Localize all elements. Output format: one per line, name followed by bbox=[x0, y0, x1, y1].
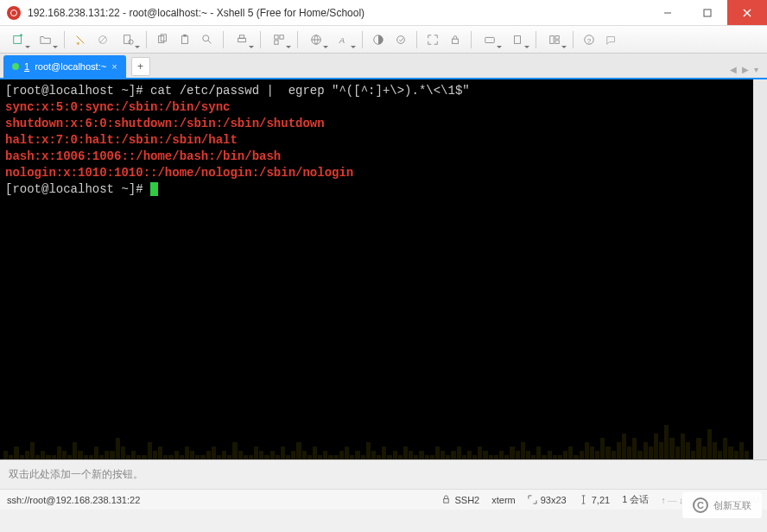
help-button[interactable]: ? bbox=[579, 29, 599, 50]
add-tab-button[interactable]: + bbox=[131, 57, 150, 76]
separator bbox=[362, 31, 363, 48]
separator bbox=[223, 31, 224, 48]
tab-prev-button[interactable]: ◀ bbox=[730, 65, 737, 74]
maximize-button[interactable] bbox=[688, 0, 727, 25]
svg-line-16 bbox=[208, 40, 212, 43]
keyboard-button[interactable] bbox=[477, 29, 503, 50]
quick-command-bar[interactable]: 双击此处添加一个新的按钮。 bbox=[0, 459, 767, 489]
font-button[interactable]: A bbox=[331, 29, 357, 50]
disconnect-button[interactable] bbox=[92, 29, 113, 50]
open-button[interactable] bbox=[33, 29, 59, 50]
status-connection: ssh://root@192.168.238.131:22 bbox=[7, 495, 429, 505]
scrollbar-thumb[interactable] bbox=[754, 81, 766, 237]
separator bbox=[416, 31, 417, 48]
tab-index: 1 bbox=[24, 61, 29, 72]
svg-text:A: A bbox=[339, 35, 345, 44]
properties-button[interactable] bbox=[115, 29, 141, 50]
cursor-icon bbox=[150, 182, 158, 196]
svg-rect-34 bbox=[444, 499, 449, 504]
view-button[interactable] bbox=[266, 29, 292, 50]
terminal-output-line: sync:x:5:0:sync:/sbin:/bin/sync bbox=[5, 99, 748, 116]
lock-button[interactable] bbox=[445, 29, 466, 50]
svg-rect-19 bbox=[275, 35, 278, 38]
svg-rect-29 bbox=[550, 35, 554, 43]
svg-point-10 bbox=[129, 40, 133, 44]
app-icon bbox=[7, 6, 21, 20]
status-term-type: xterm bbox=[491, 495, 516, 505]
svg-rect-18 bbox=[239, 35, 244, 38]
separator bbox=[573, 31, 574, 48]
svg-rect-17 bbox=[238, 38, 246, 41]
svg-rect-26 bbox=[453, 39, 459, 43]
hint-text: 双击此处添加一个新的按钮。 bbox=[9, 467, 143, 482]
fullscreen-button[interactable] bbox=[422, 29, 443, 50]
separator bbox=[64, 31, 65, 48]
close-button[interactable] bbox=[727, 0, 767, 25]
status-cursor-pos: 7,21 bbox=[579, 495, 610, 505]
separator bbox=[260, 31, 261, 48]
upload-arrow-icon: ↑ bbox=[661, 495, 666, 505]
about-button[interactable] bbox=[601, 29, 622, 50]
svg-rect-14 bbox=[183, 34, 187, 36]
scroll-down-button[interactable]: ▾ bbox=[754, 447, 766, 459]
layout-button[interactable] bbox=[542, 29, 567, 50]
color-scheme-button[interactable] bbox=[368, 29, 389, 50]
main-toolbar: A ? bbox=[0, 26, 767, 54]
terminal-prompt-line: [root@localhost ~]# bbox=[5, 181, 748, 198]
separator bbox=[297, 31, 298, 48]
svg-rect-9 bbox=[124, 35, 130, 43]
status-protocol: SSH2 bbox=[441, 495, 479, 505]
tab-bar: 1 root@localhost:~ × + ◀ ▶ ▾ bbox=[0, 54, 767, 79]
separator bbox=[471, 31, 472, 48]
svg-rect-30 bbox=[555, 35, 559, 39]
status-sessions: 1 会话 bbox=[622, 493, 649, 506]
scroll-up-button[interactable]: ▴ bbox=[754, 79, 766, 92]
svg-rect-28 bbox=[515, 35, 521, 43]
svg-rect-31 bbox=[555, 40, 559, 43]
svg-rect-1 bbox=[704, 10, 711, 16]
window-title: 192.168.238.131:22 - root@localhost:~ - … bbox=[28, 7, 648, 19]
tab-session-1[interactable]: 1 root@localhost:~ × bbox=[3, 55, 126, 78]
window-controls bbox=[648, 0, 767, 25]
reconnect-button[interactable] bbox=[70, 29, 91, 50]
terminal-output-line: halt:x:7:0:halt:/sbin:/sbin/halt bbox=[5, 132, 748, 149]
tab-next-button[interactable]: ▶ bbox=[742, 65, 749, 74]
tab-nav: ◀ ▶ ▾ bbox=[730, 65, 767, 78]
svg-rect-21 bbox=[275, 40, 278, 43]
tab-close-icon[interactable]: × bbox=[111, 61, 117, 72]
print-button[interactable] bbox=[229, 29, 255, 50]
status-bar: ssh://root@192.168.238.131:22 SSH2 xterm… bbox=[0, 489, 767, 510]
new-session-button[interactable] bbox=[5, 29, 31, 50]
copy-button[interactable] bbox=[152, 29, 173, 50]
watermark-logo-icon: C bbox=[693, 497, 708, 513]
minimize-button[interactable] bbox=[648, 0, 688, 25]
separator bbox=[146, 31, 147, 48]
terminal-output-line: nologin:x:1010:1010::/home/nologin:/sbin… bbox=[5, 165, 748, 181]
terminal-output-line: shutdown:x:6:0:shutdown:/sbin:/sbin/shut… bbox=[5, 116, 748, 132]
equalizer-decoration bbox=[0, 408, 753, 459]
status-dot-icon bbox=[12, 63, 19, 70]
status-size: 93x23 bbox=[528, 495, 567, 505]
tab-label: root@localhost:~ bbox=[35, 61, 106, 72]
paste-button[interactable] bbox=[174, 29, 195, 50]
svg-point-25 bbox=[397, 35, 405, 43]
terminal-line: [root@localhost ~]# cat /etc/passwd | eg… bbox=[5, 83, 748, 99]
svg-line-8 bbox=[100, 36, 106, 42]
svg-point-15 bbox=[203, 35, 209, 41]
tunnel-button[interactable] bbox=[504, 29, 530, 50]
terminal-pane[interactable]: [root@localhost ~]# cat /etc/passwd | eg… bbox=[0, 79, 767, 459]
svg-text:?: ? bbox=[587, 36, 592, 44]
svg-rect-27 bbox=[485, 37, 495, 42]
svg-rect-4 bbox=[14, 35, 22, 43]
script-button[interactable] bbox=[390, 29, 411, 50]
svg-rect-20 bbox=[280, 35, 283, 38]
watermark: C 创新互联 bbox=[682, 492, 762, 518]
watermark-text: 创新互联 bbox=[713, 499, 751, 512]
find-button[interactable] bbox=[197, 29, 218, 50]
svg-rect-13 bbox=[182, 35, 188, 43]
encoding-button[interactable] bbox=[303, 29, 329, 50]
title-bar: 192.168.238.131:22 - root@localhost:~ - … bbox=[0, 0, 767, 26]
terminal-output-line: bash:x:1006:1006::/home/bash:/bin/bash bbox=[5, 149, 748, 165]
scrollbar-track[interactable] bbox=[753, 79, 767, 459]
tab-list-button[interactable]: ▾ bbox=[754, 65, 758, 74]
